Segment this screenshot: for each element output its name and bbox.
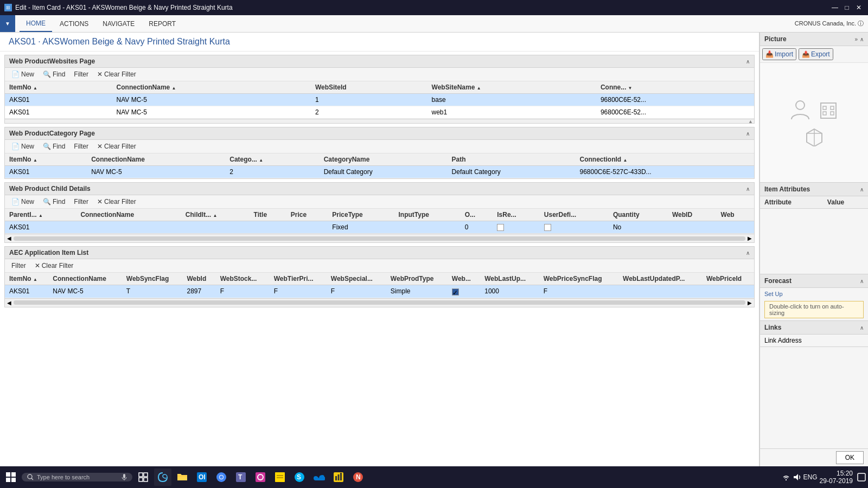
col-connectionname[interactable]: ConnectionName — [48, 273, 122, 285]
tab-report[interactable]: REPORT — [142, 15, 182, 32]
tab-navigate[interactable]: NAVIGATE — [96, 15, 141, 32]
col-path[interactable]: Path — [448, 153, 576, 166]
tab-home[interactable]: HOME — [20, 15, 52, 32]
col-connectionid[interactable]: ConnectionId ▲ — [576, 153, 755, 166]
task-view-button[interactable] — [135, 468, 152, 486]
table-row[interactable]: AKS01 Fixed 0 No — [5, 221, 754, 234]
minimize-button[interactable]: — — [830, 3, 840, 12]
table-row[interactable]: AKS01 NAV MC-5 T 2897 F F F Simple ✓ 100… — [5, 285, 754, 298]
col-weblastup[interactable]: WebLastUp... — [480, 273, 539, 285]
col-inputtype[interactable]: InputType — [394, 209, 461, 221]
child-find-button[interactable]: 🔍 Find — [40, 197, 68, 207]
col-web[interactable]: Web — [717, 209, 754, 221]
col-o[interactable]: O... — [461, 209, 493, 221]
links-header[interactable]: Links ∧ — [760, 321, 868, 335]
col-itemno[interactable]: ItemNo ▲ — [5, 81, 112, 94]
col-quantity[interactable]: Quantity — [609, 209, 668, 221]
col-websitename[interactable]: WebSiteName ▲ — [427, 81, 596, 94]
onedrive-icon[interactable] — [310, 468, 328, 486]
category-new-button[interactable]: 📄 New — [8, 142, 37, 151]
col-websiteid[interactable]: WebSiteId — [311, 81, 427, 94]
maximize-button[interactable]: □ — [842, 3, 852, 12]
col-itemno[interactable]: ItemNo ▲ — [5, 153, 87, 166]
scroll-left-icon[interactable]: ◀ — [7, 300, 11, 306]
web-product-websites-header[interactable]: Web ProductWebsites Page ∧ — [5, 55, 754, 68]
col-webstock[interactable]: WebStock... — [216, 273, 270, 285]
col-price[interactable]: Price — [286, 209, 328, 221]
col-weblastupdatedp[interactable]: WebLastUpdatedP... — [618, 273, 702, 285]
table-row[interactable]: AKS01 NAV MC-5 1 base 96800C6E-52... — [5, 94, 754, 106]
userdefi-checkbox[interactable] — [544, 224, 551, 231]
start-button[interactable] — [2, 468, 20, 486]
col-isre[interactable]: IsRe... — [493, 209, 540, 221]
isre-checkbox[interactable] — [497, 224, 504, 231]
ribbon-dropdown[interactable]: ▼ — [0, 15, 15, 32]
child-clear-filter-button[interactable]: ✕ Clear Filter — [94, 197, 139, 207]
tab-actions[interactable]: ACTIONS — [53, 15, 95, 32]
web-product-child-collapse[interactable]: ∧ — [746, 186, 750, 192]
col-webtier[interactable]: WebTierPri... — [270, 273, 327, 285]
teams-icon[interactable]: T — [232, 468, 250, 486]
category-filter-button[interactable]: Filter — [71, 142, 92, 151]
item-attributes-collapse[interactable]: ∧ — [860, 187, 864, 192]
app-icon-6[interactable] — [252, 468, 269, 486]
picture-expand-btn[interactable]: » — [854, 36, 858, 42]
aec-application-header[interactable]: AEC Application Item List ∧ — [5, 247, 754, 259]
category-find-button[interactable]: 🔍 Find — [40, 142, 68, 151]
forecast-header[interactable]: Forecast ∧ — [760, 274, 868, 288]
category-clear-filter-button[interactable]: ✕ Clear Filter — [94, 142, 139, 151]
child-filter-button[interactable]: Filter — [71, 197, 92, 207]
col-webprodtype[interactable]: WebProdType — [386, 273, 448, 285]
col-conne[interactable]: Conne... ▼ — [596, 81, 754, 94]
col-webpriceid[interactable]: WebPriceId — [702, 273, 754, 285]
scroll-right-icon[interactable]: ▶ — [748, 300, 752, 306]
col-web[interactable]: Web... — [448, 273, 480, 285]
col-userdefi[interactable]: UserDefi... — [540, 209, 609, 221]
forecast-setup-link[interactable]: Set Up — [764, 291, 783, 297]
col-webpricesyncflag[interactable]: WebPriceSyncFlag — [539, 273, 618, 285]
web-product-category-header[interactable]: Web ProductCategory Page ∧ — [5, 127, 754, 140]
aec-clear-filter-button[interactable]: ✕ Clear Filter — [31, 261, 77, 271]
websites-clear-filter-button[interactable]: ✕ Clear Filter — [94, 69, 139, 79]
table-row[interactable]: AKS01 NAV MC-5 2 Default Category Defaul… — [5, 166, 754, 178]
web-checkbox[interactable]: ✓ — [452, 288, 459, 296]
scroll-left-icon[interactable]: ◀ — [7, 235, 11, 241]
powerbi-icon[interactable] — [330, 468, 347, 486]
close-button[interactable]: ✕ — [854, 3, 864, 12]
col-connectionname[interactable]: ConnectionName — [87, 153, 225, 166]
web-product-child-header[interactable]: Web Product Child Details ∧ — [5, 183, 754, 195]
table-row[interactable]: AKS01 NAV MC-5 2 web1 96800C6E-52... — [5, 106, 754, 119]
websites-filter-button[interactable]: Filter — [71, 69, 92, 79]
col-itemno[interactable]: ItemNo ▲ — [5, 273, 48, 285]
col-childit[interactable]: ChildIt... ▲ — [181, 209, 250, 221]
outlook-icon[interactable]: Ol — [193, 468, 210, 486]
forecast-collapse[interactable]: ∧ — [860, 278, 864, 284]
item-attributes-header[interactable]: Item Attributes ∧ — [760, 183, 868, 196]
edge-icon[interactable] — [154, 468, 171, 486]
websites-find-button[interactable]: 🔍 Find — [40, 69, 68, 79]
col-webspecial[interactable]: WebSpecial... — [327, 273, 386, 285]
ok-button[interactable]: OK — [836, 451, 864, 464]
col-catego[interactable]: Catego... ▲ — [225, 153, 319, 166]
export-button[interactable]: 📤 Export — [799, 48, 833, 60]
web-product-websites-collapse[interactable]: ∧ — [746, 59, 750, 65]
col-webid[interactable]: WebID — [668, 209, 717, 221]
aec-filter-button[interactable]: Filter — [8, 261, 29, 271]
child-new-button[interactable]: 📄 New — [8, 197, 37, 207]
col-pricetype[interactable]: PriceType — [328, 209, 394, 221]
picture-header[interactable]: Picture » ∧ — [760, 33, 868, 46]
web-product-category-collapse[interactable]: ∧ — [746, 131, 750, 137]
scroll-right-icon[interactable]: ▶ — [748, 235, 752, 241]
notification-icon[interactable] — [857, 473, 866, 481]
col-websyncflag[interactable]: WebSyncFlag — [122, 273, 183, 285]
file-explorer-icon[interactable] — [174, 468, 191, 486]
picture-collapse-btn[interactable]: ∧ — [860, 36, 864, 42]
col-connectionname[interactable]: ConnectionName — [76, 209, 181, 221]
microphone-icon[interactable] — [122, 474, 127, 480]
taskbar-search-input[interactable] — [37, 474, 118, 480]
skype-icon[interactable]: S — [291, 468, 308, 486]
import-button[interactable]: 📥 Import — [762, 48, 796, 60]
sticky-notes-icon[interactable] — [271, 468, 289, 486]
app-icon-last[interactable]: N — [349, 468, 367, 486]
chrome-icon[interactable] — [213, 468, 230, 486]
